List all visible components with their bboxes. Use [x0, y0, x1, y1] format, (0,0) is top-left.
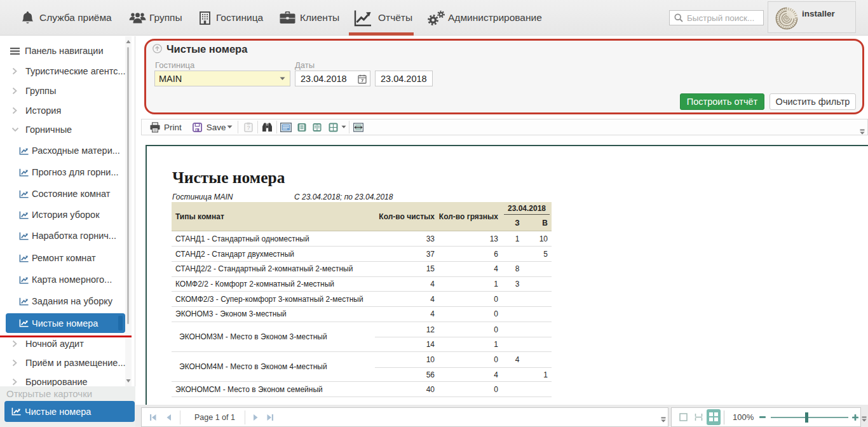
svg-text:?: ? [247, 125, 250, 131]
